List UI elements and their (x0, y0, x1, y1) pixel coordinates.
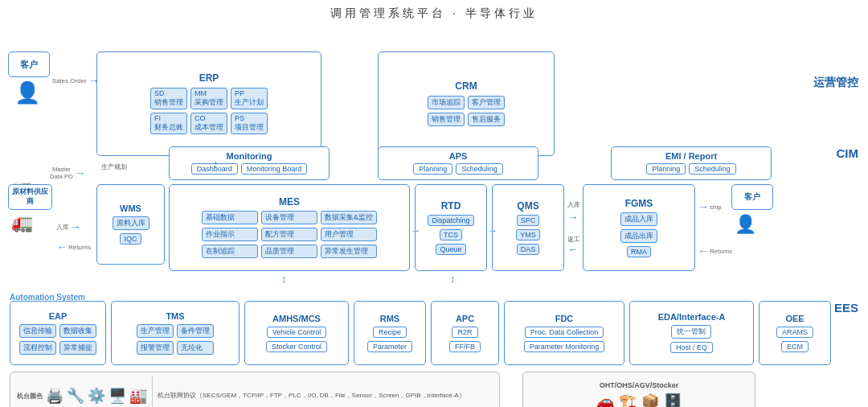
erp-box: ERP SD销售管理 MM采购管理 PP生产计划 FI财务总账 CO成本管理 P… (96, 51, 321, 156)
mes-jichusjuju: 基础数据 (202, 211, 258, 224)
fgms-chenpin-ruku: 成品入库 (620, 212, 657, 226)
qms-das: DAS (517, 244, 540, 255)
vert-arrow-erp-mes: ↕ (213, 158, 219, 170)
right-customer-box: 客户 (731, 184, 773, 210)
erp-item-mm: MM采购管理 (190, 88, 227, 109)
eap-xinxi: 信息传输 (19, 324, 56, 338)
oee-arams: ARAMS (776, 327, 813, 338)
machine-icon-3: ⚙️ (88, 388, 105, 403)
wms-item-raw: 原料入库 (113, 216, 149, 230)
yunying-label: 运营管控 (813, 76, 858, 90)
machine-icon-1: 🖨️ (46, 388, 63, 403)
arrow-mes-rtd: → (410, 224, 420, 236)
mes-peifang: 配方管理 (261, 228, 317, 241)
aps-scheduling: Scheduling (456, 163, 503, 175)
rms-recipe: Recipe (373, 327, 407, 338)
arrow-rtd-apc: ↕ (450, 273, 456, 285)
qms-box: QMS SPC YMS DAS (492, 184, 564, 271)
erp-item-co: CO成本管理 (190, 113, 227, 134)
amhs-box: AMHS/MCS Vehicle Control Stocker Control (244, 301, 349, 365)
oht-icon-3: 📦 (641, 393, 659, 407)
customer-box: 客户 (8, 51, 50, 77)
protocol-text: 机台联网协议（SECS/GEM，TCP/IP，FTP，PLC，I/O, DB，F… (158, 391, 465, 401)
crm-item-sales: 销售管理 (428, 113, 465, 126)
ship-arrow: → ship (698, 200, 722, 213)
wms-box: WMS 原料入库 IQC (96, 184, 165, 265)
arrow-mes-down: ↕ (281, 273, 287, 285)
crm-box: CRM 市场追踪 客户管理 销售管理 售后服务 (378, 51, 555, 156)
eda-tongyi: 统一管制 (671, 325, 711, 339)
entry-right-label: 入库 (567, 200, 580, 209)
machine-icon-4: 🖥️ (108, 388, 126, 403)
machine-icon-5: 🏭 (129, 388, 147, 403)
tms-wuhua: 无垃化 (177, 341, 214, 355)
oht-section: OHT/OHS/AGV/Stocker 🚗 🏗️ 📦 🗄️ (522, 372, 755, 407)
oht-icon-4: 🗄️ (664, 393, 682, 407)
production-plan-label: 生产规划 (101, 162, 127, 171)
erp-item-pp: PP生产计划 (231, 88, 268, 109)
wms-item-iqc: IQC (120, 233, 141, 245)
fgms-rma: RMA (627, 246, 651, 257)
crm-item-market: 市场追踪 (428, 96, 465, 109)
mes-shebei: 设备管理 (261, 211, 317, 224)
rtd-box: RTD Dispatching TCS Queue (415, 184, 487, 271)
mes-zuoye: 作业指示 (202, 228, 258, 241)
return-arrow: ← Returns (56, 240, 91, 253)
amhs-stocker: Stocker Control (266, 341, 327, 352)
tms-shengchan: 生产管理 (137, 324, 174, 338)
qms-spc: SPC (517, 215, 540, 226)
oee-box: OEE ARAMS ECM (759, 301, 831, 365)
apc-fffb: FF/FB (449, 341, 481, 352)
eap-box: EAP 信息传输 数据收集 流程控制 异常捕捉 (10, 301, 106, 365)
aps-box: APS Planning Scheduling (378, 146, 538, 180)
oht-icon-1: 🚗 (596, 393, 614, 407)
entry-arrow: 入库 → (56, 220, 81, 233)
page-title: 调用管理系统平台 · 半导体行业 (8, 6, 860, 21)
oht-icon-2: 🏗️ (619, 393, 637, 407)
mes-yonghu: 用户管理 (321, 228, 377, 241)
erp-item-fi: FI财务总账 (150, 113, 187, 134)
rms-parameter: Parameter (367, 341, 412, 352)
mes-box: MES 基础数据 设备管理 数据采集&监控 作业指示 配方管理 用户管理 在制追… (169, 184, 410, 271)
emi-box: EMI / Report Planning Scheduling (611, 146, 772, 180)
rms-box: RMS Recipe Parameter (354, 301, 426, 365)
divider (152, 376, 153, 407)
qms-yms: YMS (516, 229, 540, 240)
entry-arrow-right: → (567, 211, 579, 224)
rtd-dispatching: Dispatching (428, 215, 473, 226)
apc-r2r: R2R (452, 327, 477, 338)
ees-label: EES (834, 301, 858, 314)
cim-label: CIM (837, 146, 859, 160)
fgms-box: FGMS 成品入库 成品出库 RMA (583, 184, 695, 271)
diagram: CIM EES 运营管控 客户 👤 🏭 Sales Order → Master… (8, 27, 860, 397)
monitoring-box: Monitoring Dashboard Monitoring Board (169, 146, 330, 180)
right-customer-icon: 👤 (735, 214, 756, 235)
supplier-box: 原材料供应商 (8, 184, 52, 210)
oee-ecm: ECM (781, 341, 809, 352)
mes-shujucaiji: 数据采集&监控 (321, 211, 377, 224)
mes-yichang: 异常发生管理 (321, 245, 377, 258)
eda-host: Host / EQ (670, 342, 713, 353)
main-container: 调用管理系统平台 · 半导体行业 CIM EES 运营管控 客户 👤 🏭 Sal… (0, 0, 868, 404)
erp-item-sd: SD销售管理 (150, 88, 187, 109)
return-work-arrow: ← (567, 243, 579, 256)
machine-icon-2: 🔧 (67, 388, 84, 403)
apc-box: APC R2R FF/FB (431, 301, 499, 365)
monitoring-board: Monitoring Board (241, 163, 308, 175)
eap-yichang: 异常捕捉 (59, 341, 96, 355)
eda-box: EDA/Interface-A 统一管制 Host / EQ (629, 301, 754, 365)
erp-item-ps: PS项目管理 (231, 113, 268, 134)
aps-planning: Planning (413, 163, 452, 175)
emi-planning: Planning (646, 163, 686, 175)
fdc-param: Parameter Monitoring (524, 341, 605, 352)
tms-box: TMS 生产管理 备件管理 报警管理 无垃化 (111, 301, 240, 365)
mes-pinzhi: 品质管理 (261, 245, 317, 258)
crm-item-customer: 客户管理 (468, 96, 505, 109)
fgms-chenpin-chuku: 成品出库 (620, 229, 657, 243)
fdc-proc: Proc. Data Collection (525, 327, 604, 338)
amhs-vehicle: Vehicle Control (267, 327, 327, 338)
fdc-box: FDC Proc. Data Collection Parameter Moni… (504, 301, 624, 365)
supplier-icon: 🚛 (11, 212, 33, 233)
rtd-tcs: TCS (440, 229, 462, 240)
eap-shuju: 数据收集 (59, 324, 96, 338)
